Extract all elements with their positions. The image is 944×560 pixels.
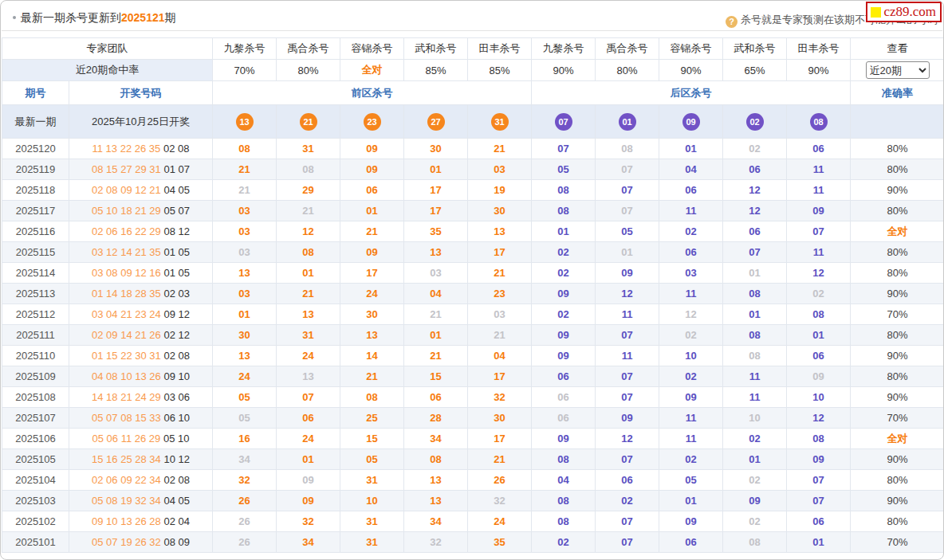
front-kill-cell: 01 (404, 159, 468, 180)
back-kill-cell: 11 (659, 429, 723, 449)
latest-front-ball-cell: 23 (340, 105, 404, 139)
draw-numbers-cell: 04 08 10 13 26 09 10 (69, 366, 213, 387)
draw-back-numbers: 10 12 (163, 453, 190, 465)
front-kill-cell: 15 (404, 366, 468, 387)
front-kill-cell: 06 (277, 408, 340, 429)
update-title-suffix: 期 (165, 11, 176, 24)
history-row: 202510705 07 08 15 33 06 100506252830060… (2, 408, 944, 429)
back-kill-cell: 01 (723, 449, 787, 470)
draw-back-numbers: 01 07 (163, 163, 190, 175)
draw-numbers-cell: 05 08 19 32 34 04 05 (69, 491, 213, 511)
accuracy-cell: 90% (851, 449, 944, 470)
draw-front-numbers: 09 10 13 26 28 (92, 515, 161, 527)
latest-back-ball-cell: 08 (787, 105, 851, 139)
history-row: 202511908 15 27 29 31 01 072108090103050… (2, 159, 944, 180)
latest-period-label: 最新一期 (2, 105, 69, 139)
period-cell: 2025114 (2, 263, 69, 284)
front-kill-cell: 03 (213, 242, 277, 263)
front-kill-cell: 03 (213, 201, 277, 221)
back-kill-cell: 11 (787, 180, 851, 201)
front-kill-cell: 05 (213, 408, 277, 429)
front-kill-cell: 19 (468, 180, 532, 201)
back-kill-cell: 11 (596, 304, 659, 325)
draw-numbers-cell: 02 08 09 12 21 04 05 (69, 180, 213, 201)
back-kill-cell: 06 (596, 470, 659, 491)
back-kill-cell: 06 (787, 511, 851, 532)
front-kill-cell: 15 (340, 429, 404, 449)
accuracy-cell: 80% (851, 242, 944, 263)
period-cell: 2025117 (2, 201, 69, 221)
front-kill-cell: 09 (277, 491, 340, 511)
period-cell: 2025101 (2, 532, 69, 553)
latest-draw-row: 最新一期2025年10月25日开奖13212327310701090208 (2, 105, 944, 139)
back-kill-cell: 02 (659, 325, 723, 346)
latest-back-ball-cell: 07 (532, 105, 596, 139)
help-question-icon[interactable]: ? (726, 16, 738, 28)
hit-rate-value: 90% (532, 60, 596, 81)
draw-front-numbers: 08 15 27 29 31 (92, 163, 161, 175)
back-kill-cell: 02 (723, 429, 787, 449)
history-row: 202510605 06 11 26 29 05 101624153417091… (2, 429, 944, 449)
draw-back-numbers: 06 10 (163, 412, 190, 424)
front-kill-cell: 08 (404, 449, 468, 470)
back-kill-cell: 12 (787, 408, 851, 429)
latest-front-ball-cell: 27 (404, 105, 468, 139)
back-ball: 02 (746, 113, 764, 131)
front-kill-cell: 32 (468, 491, 532, 511)
back-kill-cell: 11 (787, 159, 851, 180)
front-kill-cell: 03 (468, 304, 532, 325)
front-kill-cell: 34 (213, 449, 277, 470)
draw-back-numbers: 09 10 (163, 370, 190, 382)
front-kill-cell: 24 (277, 346, 340, 366)
back-kill-cell: 01 (659, 491, 723, 511)
front-kill-cell: 01 (277, 449, 340, 470)
accuracy-cell: 80% (851, 263, 944, 284)
columns-header-row: 期号 开奖号码 前区杀号 后区杀号 准确率 (2, 81, 944, 105)
history-row: 202511001 15 22 30 31 02 081324142104091… (2, 346, 944, 366)
front-kill-cell: 09 (340, 159, 404, 180)
accuracy-cell: 90% (851, 346, 944, 366)
draw-numbers-cell: 03 08 09 12 16 01 05 (69, 263, 213, 284)
back-kill-cell: 10 (787, 387, 851, 408)
back-kill-cell: 07 (596, 387, 659, 408)
back-kill-cell: 12 (659, 304, 723, 325)
front-kill-cell: 17 (468, 242, 532, 263)
page-container: 最新一期杀号更新到2025121期 ?杀号就是专家预测在该期不可能开出的号码 c… (0, 0, 944, 560)
front-kill-cell: 09 (340, 242, 404, 263)
back-kill-cell: 07 (596, 159, 659, 180)
site-logo[interactable]: cz89.com (866, 2, 942, 22)
back-kill-cell: 11 (723, 366, 787, 387)
back-kill-cell: 02 (532, 304, 596, 325)
hit-rate-value: 65% (723, 60, 787, 81)
latest-back-ball-cell: 01 (596, 105, 659, 139)
back-kill-cell: 06 (532, 387, 596, 408)
logo-yellow-square-icon (871, 7, 881, 18)
kill-number-table: 专家团队 九黎杀号禹合杀号容锦杀号武和杀号田丰杀号九黎杀号禹合杀号容锦杀号武和杀… (2, 37, 944, 553)
back-kill-cell: 06 (659, 532, 723, 553)
front-kill-cell: 07 (277, 387, 340, 408)
back-kill-cell: 02 (659, 366, 723, 387)
front-kill-cell: 01 (213, 304, 277, 325)
back-kill-cell: 07 (787, 221, 851, 242)
front-kill-cell: 21 (404, 346, 468, 366)
front-kill-cell: 23 (468, 284, 532, 304)
back-kill-cell: 01 (659, 139, 723, 159)
front-kill-cell: 16 (213, 429, 277, 449)
period-range-select[interactable]: 近20期 (866, 61, 930, 79)
front-kill-cell: 35 (404, 221, 468, 242)
draw-front-numbers: 02 06 16 22 29 (92, 225, 161, 237)
front-kill-cell: 31 (340, 511, 404, 532)
history-row: 202512011 13 22 26 35 02 080831093021070… (2, 139, 944, 159)
front-kill-cell: 32 (277, 511, 340, 532)
front-kill-cell: 13 (213, 346, 277, 366)
back-zone-header: 后区杀号 (532, 81, 851, 105)
period-cell: 2025113 (2, 284, 69, 304)
history-row: 202510402 06 09 22 34 02 083209311326040… (2, 470, 944, 491)
view-select-cell: 近20期 (851, 60, 944, 81)
draw-front-numbers: 02 09 14 21 26 (92, 329, 161, 341)
front-kill-cell: 13 (340, 325, 404, 346)
front-kill-cell: 08 (340, 387, 404, 408)
draw-back-numbers: 02 12 (163, 329, 190, 341)
team-header: 专家团队 (2, 38, 213, 60)
draw-front-numbers: 02 06 09 22 34 (92, 474, 161, 486)
